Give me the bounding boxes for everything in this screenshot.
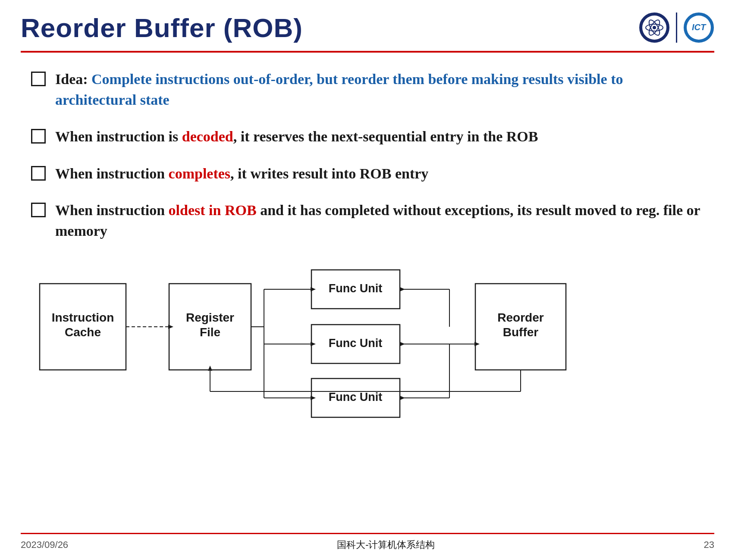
bullet2-before: When instruction is bbox=[55, 128, 182, 144]
bullet-text-3: When instruction completes, it writes re… bbox=[55, 163, 428, 184]
bullet1-highlight: Complete instructions out-of-order, but … bbox=[55, 71, 623, 108]
slide-title: Reorder Buffer (ROB) bbox=[21, 13, 303, 43]
slide: Reorder Buffer (ROB) ICT bbox=[0, 0, 735, 560]
arrowhead-fu3-right bbox=[400, 396, 405, 400]
bullet1-before: Idea: bbox=[55, 71, 91, 87]
bullet3-after: , it writes result into ROB entry bbox=[230, 166, 428, 181]
reorder-buffer-label1: Reorder bbox=[497, 311, 543, 324]
bullet2-after: , it reserves the next-sequential entry … bbox=[233, 128, 538, 144]
reg-file-label2: File bbox=[200, 325, 220, 339]
footer: 2023/09/26 国科大-计算机体系结构 23 bbox=[21, 538, 714, 551]
arrowhead-fu1-right bbox=[400, 287, 405, 291]
bullet-text-2: When instruction is decoded, it reserves… bbox=[55, 126, 538, 147]
cas-logo bbox=[639, 12, 670, 43]
checkbox-3 bbox=[31, 166, 46, 181]
diagram-area: Instruction Cache Register File Func Uni… bbox=[21, 258, 714, 404]
footer-center: 国科大-计算机体系结构 bbox=[337, 538, 435, 551]
bullet-text-4: When instruction oldest in ROB and it ha… bbox=[55, 200, 704, 241]
logo-divider bbox=[676, 13, 677, 43]
logos: ICT bbox=[639, 12, 714, 43]
reg-file-label1: Register bbox=[186, 311, 234, 324]
bullet-1: Idea: Complete instructions out-of-order… bbox=[31, 69, 704, 110]
bullet-4: When instruction oldest in ROB and it ha… bbox=[31, 200, 704, 241]
func-unit-1-label: Func Unit bbox=[329, 282, 382, 295]
header: Reorder Buffer (ROB) ICT bbox=[0, 0, 735, 43]
bullet-3: When instruction completes, it writes re… bbox=[31, 163, 704, 184]
checkbox-1 bbox=[31, 72, 46, 86]
bullet3-before: When instruction bbox=[55, 166, 169, 181]
bullet3-highlight: completes bbox=[169, 166, 231, 181]
reorder-buffer-label2: Buffer bbox=[503, 325, 539, 339]
func-unit-3-label: Func Unit bbox=[329, 391, 382, 404]
instr-cache-label2: Cache bbox=[65, 325, 101, 339]
bullet4-before: When instruction bbox=[55, 202, 169, 218]
content: Idea: Complete instructions out-of-order… bbox=[0, 53, 735, 241]
svg-text:ICT: ICT bbox=[692, 22, 707, 32]
footer-date: 2023/09/26 bbox=[21, 539, 68, 551]
bullet2-highlight: decoded bbox=[182, 128, 233, 144]
bullet4-highlight: oldest in ROB bbox=[169, 202, 257, 218]
bullet-text-1: Idea: Complete instructions out-of-order… bbox=[55, 69, 704, 110]
checkbox-4 bbox=[31, 203, 46, 217]
checkbox-2 bbox=[31, 129, 46, 144]
footer-rule bbox=[21, 533, 714, 534]
instr-cache-label1: Instruction bbox=[52, 311, 114, 324]
arrowhead-fu2-right bbox=[400, 342, 405, 346]
diagram-svg: Instruction Cache Register File Func Uni… bbox=[21, 258, 714, 404]
svg-point-5 bbox=[653, 26, 656, 29]
ict-logo: ICT bbox=[683, 12, 714, 43]
bullet-2: When instruction is decoded, it reserves… bbox=[31, 126, 704, 147]
footer-page: 23 bbox=[704, 539, 714, 551]
func-unit-2-label: Func Unit bbox=[329, 337, 382, 350]
